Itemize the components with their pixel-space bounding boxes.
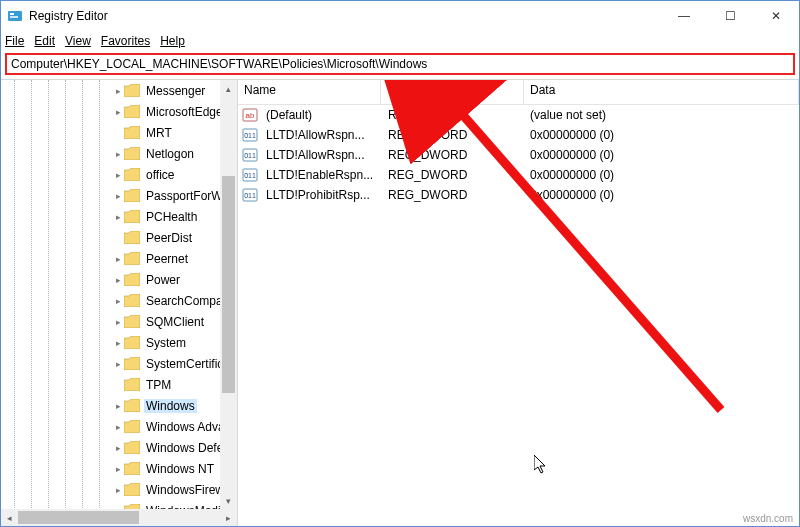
- addressbar[interactable]: Computer\HKEY_LOCAL_MACHINE\SOFTWARE\Pol…: [5, 53, 795, 75]
- tree-scrollbar-vertical[interactable]: ▴ ▾: [220, 80, 237, 509]
- tree-item-power[interactable]: ▸Power: [1, 269, 237, 290]
- minimize-button[interactable]: —: [661, 1, 707, 31]
- scroll-track[interactable]: [220, 97, 237, 492]
- menu-favorites[interactable]: Favorites: [101, 34, 150, 48]
- menu-file[interactable]: File: [5, 34, 24, 48]
- folder-icon: [124, 441, 140, 454]
- tree-scrollbar-horizontal[interactable]: ◂ ▸: [1, 509, 237, 526]
- chevron-right-icon[interactable]: ▸: [112, 464, 124, 474]
- value-name: LLTD!AllowRspn...: [260, 128, 382, 142]
- chevron-right-icon[interactable]: ▸: [112, 443, 124, 453]
- values-pane[interactable]: Name Type Data ab(Default)REG_SZ(value n…: [238, 80, 799, 526]
- chevron-right-icon[interactable]: ▸: [112, 86, 124, 96]
- tree-item-netlogon[interactable]: ▸Netlogon: [1, 143, 237, 164]
- svg-text:ab: ab: [246, 111, 255, 120]
- value-name: LLTD!ProhibitRsp...: [260, 188, 382, 202]
- column-type[interactable]: Type: [381, 80, 524, 104]
- value-data: 0x00000000 (0): [524, 148, 799, 162]
- tree-item-label: Windows Adva: [144, 420, 227, 434]
- column-data[interactable]: Data: [524, 80, 799, 104]
- regedit-icon: [7, 8, 23, 24]
- scroll-thumb[interactable]: [18, 511, 139, 524]
- tree-item-pchealth[interactable]: ▸PCHealth: [1, 206, 237, 227]
- tree-item-label: SearchCompan: [144, 294, 231, 308]
- tree-item-messenger[interactable]: ▸Messenger: [1, 80, 237, 101]
- svg-text:011: 011: [244, 132, 256, 139]
- tree-pane[interactable]: ▸Messenger▸MicrosoftEdgeMRT▸Netlogon▸off…: [1, 80, 238, 526]
- chevron-right-icon[interactable]: ▸: [112, 359, 124, 369]
- tree-item-windows-nt[interactable]: ▸Windows NT: [1, 458, 237, 479]
- chevron-right-icon[interactable]: ▸: [112, 191, 124, 201]
- tree-item-label: Messenger: [144, 84, 207, 98]
- folder-icon: [124, 399, 140, 412]
- folder-icon: [124, 210, 140, 223]
- string-value-icon: ab: [242, 107, 258, 123]
- folder-icon: [124, 168, 140, 181]
- addressbar-container: Computer\HKEY_LOCAL_MACHINE\SOFTWARE\Pol…: [1, 51, 799, 77]
- tree-item-microsoftedge[interactable]: ▸MicrosoftEdge: [1, 101, 237, 122]
- close-button[interactable]: ✕: [753, 1, 799, 31]
- tree-item-searchcompan[interactable]: ▸SearchCompan: [1, 290, 237, 311]
- maximize-button[interactable]: ☐: [707, 1, 753, 31]
- value-name: LLTD!EnableRspn...: [260, 168, 382, 182]
- scroll-down-icon[interactable]: ▾: [220, 492, 237, 509]
- tree-item-label: Windows: [144, 399, 197, 413]
- registry-editor-window: Registry Editor — ☐ ✕ File Edit View Fav…: [0, 0, 800, 527]
- chevron-right-icon[interactable]: ▸: [112, 254, 124, 264]
- tree-item-label: TPM: [144, 378, 173, 392]
- dword-value-icon: 011: [242, 147, 258, 163]
- chevron-right-icon[interactable]: ▸: [112, 107, 124, 117]
- chevron-right-icon[interactable]: ▸: [112, 275, 124, 285]
- tree-item-label: System: [144, 336, 188, 350]
- folder-icon: [124, 273, 140, 286]
- window-title: Registry Editor: [29, 9, 661, 23]
- menu-edit[interactable]: Edit: [34, 34, 55, 48]
- chevron-right-icon[interactable]: ▸: [112, 149, 124, 159]
- content-body: ▸Messenger▸MicrosoftEdgeMRT▸Netlogon▸off…: [1, 80, 799, 526]
- tree-item-passportforwo[interactable]: ▸PassportForWo: [1, 185, 237, 206]
- tree-item-label: SQMClient: [144, 315, 206, 329]
- scroll-right-icon[interactable]: ▸: [220, 509, 237, 526]
- tree-item-sqmclient[interactable]: ▸SQMClient: [1, 311, 237, 332]
- scroll-track[interactable]: [18, 509, 220, 526]
- tree-item-peernet[interactable]: ▸Peernet: [1, 248, 237, 269]
- tree-item-office[interactable]: ▸office: [1, 164, 237, 185]
- value-name: LLTD!AllowRspn...: [260, 148, 382, 162]
- tree-item-windows-defe[interactable]: ▸Windows Defe: [1, 437, 237, 458]
- chevron-right-icon[interactable]: ▸: [112, 338, 124, 348]
- tree-item-peerdist[interactable]: PeerDist: [1, 227, 237, 248]
- chevron-right-icon[interactable]: ▸: [112, 212, 124, 222]
- column-name[interactable]: Name: [238, 80, 381, 104]
- scroll-left-icon[interactable]: ◂: [1, 509, 18, 526]
- tree-item-tpm[interactable]: TPM: [1, 374, 237, 395]
- value-row[interactable]: ab(Default)REG_SZ(value not set): [238, 105, 799, 125]
- scroll-thumb[interactable]: [222, 176, 235, 393]
- value-row[interactable]: 011LLTD!ProhibitRsp...REG_DWORD0x0000000…: [238, 185, 799, 205]
- tree-item-windows[interactable]: ▸Windows: [1, 395, 237, 416]
- dword-value-icon: 011: [242, 127, 258, 143]
- chevron-right-icon[interactable]: ▸: [112, 422, 124, 432]
- titlebar[interactable]: Registry Editor — ☐ ✕: [1, 1, 799, 31]
- value-row[interactable]: 011LLTD!AllowRspn...REG_DWORD0x00000000 …: [238, 125, 799, 145]
- tree-item-label: PassportForWo: [144, 189, 231, 203]
- value-row[interactable]: 011LLTD!AllowRspn...REG_DWORD0x00000000 …: [238, 145, 799, 165]
- tree-item-systemcertifica[interactable]: ▸SystemCertifica: [1, 353, 237, 374]
- menu-view[interactable]: View: [65, 34, 91, 48]
- folder-icon: [124, 378, 140, 391]
- menu-help[interactable]: Help: [160, 34, 185, 48]
- chevron-right-icon[interactable]: ▸: [112, 296, 124, 306]
- value-type: REG_DWORD: [382, 128, 524, 142]
- tree-item-label: Power: [144, 273, 182, 287]
- value-row[interactable]: 011LLTD!EnableRspn...REG_DWORD0x00000000…: [238, 165, 799, 185]
- tree-item-windowsfirewa[interactable]: ▸WindowsFirewa: [1, 479, 237, 500]
- tree-item-system[interactable]: ▸System: [1, 332, 237, 353]
- tree-item-windows-adva[interactable]: ▸Windows Adva: [1, 416, 237, 437]
- folder-icon: [124, 315, 140, 328]
- scroll-up-icon[interactable]: ▴: [220, 80, 237, 97]
- chevron-right-icon[interactable]: ▸: [112, 401, 124, 411]
- chevron-right-icon[interactable]: ▸: [112, 170, 124, 180]
- tree-item-mrt[interactable]: MRT: [1, 122, 237, 143]
- chevron-right-icon[interactable]: ▸: [112, 485, 124, 495]
- chevron-right-icon[interactable]: ▸: [112, 317, 124, 327]
- watermark: wsxdn.com: [743, 513, 793, 524]
